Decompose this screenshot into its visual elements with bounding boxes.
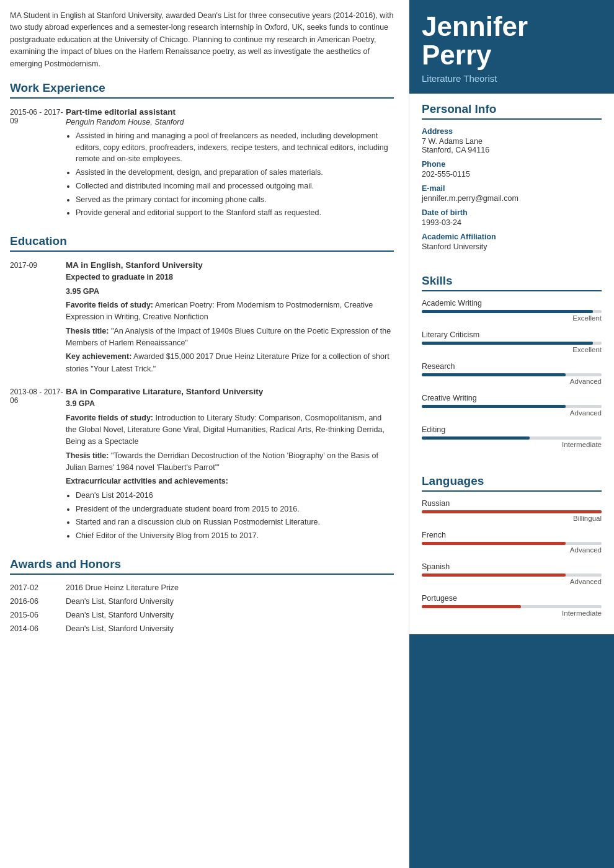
personal-info-section: Personal Info Address 7 W. Adams LaneSta… [409,94,614,265]
edu-bullets: Dean's List 2014-2016President of the un… [66,490,394,542]
award-entry: 2015-06Dean's List, Stanford University [10,611,394,619]
affiliation-label: Academic Affiliation [422,232,602,241]
skill-bar-fill [422,310,593,313]
skill-level: Intermediate [422,441,602,448]
job-title: Literature Theorist [422,73,602,84]
first-name: Jennifer [422,12,602,41]
education-title: Education [10,234,394,252]
work-entry: 2015-06 - 2017-09Part-time editorial ass… [10,107,394,221]
award-date: 2016-06 [10,597,66,606]
address-value: 7 W. Adams LaneStanford, CA 94116 [422,137,602,154]
edu-date: 2013-08 - 2017-06 [10,387,66,544]
edu-line: Thesis title: "Towards the Derridian Dec… [66,450,394,474]
languages-title: Languages [422,474,602,492]
right-column: Jennifer Perry Literature Theorist Perso… [409,0,614,868]
languages-section: Languages RussianBillingualFrenchAdvance… [409,466,614,634]
skill-bar-bg [422,405,602,408]
dob-label: Date of birth [422,208,602,217]
lang-name: Spanish [422,562,602,571]
lang-level: Intermediate [422,609,602,617]
awards-list: 2017-022016 Drue Heinz Literature Prize2… [10,583,394,633]
skill-bar-bg [422,436,602,440]
work-experience-section: Work Experience 2015-06 - 2017-09Part-ti… [10,81,394,221]
list-item: Dean's List 2014-2016 [76,490,394,502]
lang-item: FrenchAdvanced [422,531,602,554]
lang-bar-fill [422,510,602,513]
edu-content: BA in Comparative Litarature, Stanford U… [66,387,394,544]
work-experience-title: Work Experience [10,81,394,99]
skill-name: Literary Criticism [422,330,602,339]
last-name: Perry [422,41,602,69]
list-item: Collected and distributed incoming mail … [76,180,394,192]
edu-line: Favorite fields of study: American Poetr… [66,299,394,324]
lang-bar-bg [422,605,602,608]
list-item: Chief Editor of the University Blog from… [76,530,394,542]
skill-item: Creative WritingAdvanced [422,394,602,417]
exp-date: 2015-06 - 2017-09 [10,107,66,221]
award-entry: 2017-022016 Drue Heinz Literature Prize [10,583,394,592]
awards-section: Awards and Honors 2017-022016 Drue Heinz… [10,557,394,633]
education-section: Education 2017-09MA in English, Stanford… [10,234,394,544]
phone-value: 202-555-0115 [422,170,602,179]
skill-item: Academic WritingExcellent [422,299,602,322]
lang-name: Russian [422,499,602,508]
intro-text: MA Student in English at Stanford Univer… [10,10,394,70]
lang-item: PortugeseIntermediate [422,594,602,617]
lang-bar-fill [422,574,566,577]
edu-line: Favorite fields of study: Introduction t… [66,412,394,448]
skill-item: ResearchAdvanced [422,362,602,385]
skill-item: Literary CriticismExcellent [422,330,602,353]
award-text: Dean's List, Stanford University [66,597,394,606]
exp-company: Penguin Random House, Stanford [66,118,394,126]
edu-content: MA in English, Stanford UniversityExpect… [66,260,394,377]
skill-bar-fill [422,436,530,440]
award-text: 2016 Drue Heinz Literature Prize [66,583,394,592]
exp-title: Part-time editorial assistant [66,107,394,117]
phone-label: Phone [422,160,602,169]
list-item: Assisted in the development, design, and… [76,167,394,179]
lang-name: French [422,531,602,539]
skill-name: Creative Writing [422,394,602,402]
left-column: MA Student in English at Stanford Univer… [0,0,409,868]
edu-line: Thesis title: "An Analysis of the Impact… [66,326,394,350]
lang-level: Billingual [422,515,602,522]
languages-list: RussianBillingualFrenchAdvancedSpanishAd… [422,499,602,617]
skill-bar-bg [422,373,602,376]
edu-line: 3.95 GPA [66,286,394,298]
personal-info-title: Personal Info [422,102,602,120]
edu-entry: 2013-08 - 2017-06BA in Comparative Litar… [10,387,394,544]
lang-item: SpanishAdvanced [422,562,602,585]
work-experience-list: 2015-06 - 2017-09Part-time editorial ass… [10,107,394,221]
edu-degree: BA in Comparative Litarature, Stanford U… [66,387,394,396]
edu-line: Extracurricular activities and achieveme… [66,476,394,487]
awards-title: Awards and Honors [10,557,394,575]
skill-bar-bg [422,310,602,313]
skill-bar-fill [422,373,566,376]
skill-level: Excellent [422,346,602,353]
edu-line: 3.9 GPA [66,398,394,410]
lang-level: Advanced [422,546,602,554]
edu-date: 2017-09 [10,260,66,377]
list-item: Provide general and editorial support to… [76,207,394,219]
award-date: 2014-06 [10,624,66,633]
skill-level: Excellent [422,314,602,322]
skill-name: Research [422,362,602,371]
exp-bullets: Assisted in hiring and managing a pool o… [66,130,394,219]
list-item: Started and ran a discussion club on Rus… [76,516,394,528]
list-item: Served as the primary contact for incomi… [76,194,394,206]
lang-bar-bg [422,574,602,577]
lang-level: Advanced [422,578,602,585]
exp-content: Part-time editorial assistantPenguin Ran… [66,107,394,221]
lang-bar-fill [422,542,566,545]
skill-level: Advanced [422,378,602,385]
lang-bar-bg [422,510,602,513]
skill-name: Academic Writing [422,299,602,308]
skills-list: Academic WritingExcellentLiterary Critic… [422,299,602,448]
education-list: 2017-09MA in English, Stanford Universit… [10,260,394,544]
skills-section: Skills Academic WritingExcellentLiterary… [409,265,614,466]
email-value: jennifer.m.perry@gmail.com [422,194,602,203]
edu-degree: MA in English, Stanford University [66,260,394,270]
edu-entry: 2017-09MA in English, Stanford Universit… [10,260,394,377]
email-label: E-mail [422,184,602,193]
skills-title: Skills [422,274,602,291]
